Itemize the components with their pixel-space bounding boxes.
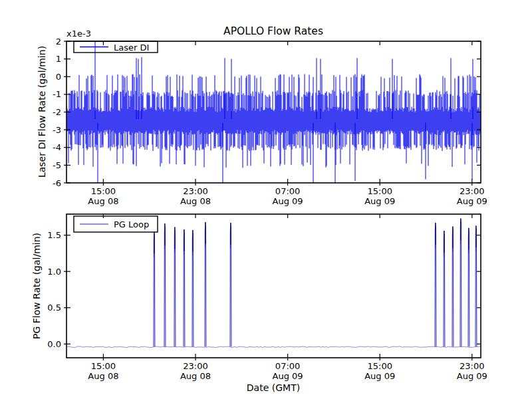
top-legend: Laser DI [74, 41, 158, 53]
x-tick-label-date: Aug 08 [88, 196, 118, 206]
y-tick-label: -4 [53, 142, 61, 152]
y-tick-label: -2 [53, 107, 61, 117]
x-tick-label-date: Aug 09 [457, 371, 487, 381]
x-axis-label: Date (GMT) [247, 382, 300, 393]
chart-title: APOLLO Flow Rates [223, 25, 323, 37]
x-tick-label-time: 07:00 [275, 186, 300, 196]
y-tick-label: 0.5 [47, 303, 61, 313]
y-tick-label: -3 [53, 125, 61, 135]
x-tick-label-date: Aug 08 [180, 196, 211, 206]
figure: APOLLO Flow Rates x1e-3 Laser DI Flow Ra… [0, 0, 532, 399]
bottom-axes: PG Loop 15:00Aug 0823:00Aug 0807:00Aug 0… [47, 214, 487, 381]
x-tick-label-time: 23:00 [183, 186, 207, 196]
laser-di-series-line [67, 41, 480, 183]
x-tick-label-date: Aug 09 [457, 196, 487, 206]
pg-loop-spike-tips [154, 219, 476, 253]
x-tick-label-date: Aug 09 [273, 196, 303, 206]
y-tick-label: -1 [53, 89, 61, 99]
x-tick-label-time: 15:00 [91, 186, 116, 196]
x-tick-label-time: 15:00 [367, 186, 392, 196]
y-tick-label: 1.0 [47, 267, 61, 277]
figure-canvas: APOLLO Flow Rates x1e-3 Laser DI Flow Ra… [0, 0, 532, 399]
y-tick-label: -5 [53, 160, 61, 170]
pg-loop-spikes [154, 219, 477, 347]
y-axis-offset-label: x1e-3 [66, 29, 91, 39]
y-tick-label: 0.0 [47, 339, 61, 349]
y-tick-label: 1.5 [47, 230, 61, 240]
y-tick-label: -6 [53, 178, 61, 188]
bottom-legend: PG Loop [74, 216, 158, 232]
x-tick-label-date: Aug 08 [180, 371, 211, 381]
top-y-axis-label: Laser DI Flow Rate (gal/min) [37, 46, 47, 178]
laser-di-legend-label: Laser DI [114, 43, 149, 53]
top-axes: Laser DI 15:00Aug 0823:00Aug 0807:00Aug … [53, 37, 487, 206]
x-tick-label-time: 23:00 [460, 186, 484, 196]
x-tick-label-date: Aug 09 [273, 371, 303, 381]
x-tick-label-time: 07:00 [275, 361, 300, 371]
bottom-axes-ticks [64, 214, 481, 360]
x-tick-label-date: Aug 08 [88, 371, 118, 381]
pg-loop-legend-label: PG Loop [114, 219, 149, 229]
x-tick-label-date: Aug 09 [364, 371, 395, 381]
pg-loop-baseline-line [67, 346, 480, 348]
x-tick-label-date: Aug 09 [364, 196, 395, 206]
x-tick-label-time: 23:00 [183, 361, 207, 371]
bottom-plot-frame [66, 214, 481, 358]
x-tick-label-time: 15:00 [367, 361, 392, 371]
laser-di-series [67, 41, 480, 183]
y-tick-label: 0 [56, 72, 61, 82]
pg-loop-series [67, 219, 480, 348]
y-tick-label: 2 [56, 37, 61, 47]
x-tick-label-time: 23:00 [460, 361, 484, 371]
x-tick-label-time: 15:00 [91, 361, 116, 371]
bottom-y-axis-label: PG Flow Rate (gal/min) [31, 233, 42, 339]
y-tick-label: 1 [56, 54, 61, 64]
